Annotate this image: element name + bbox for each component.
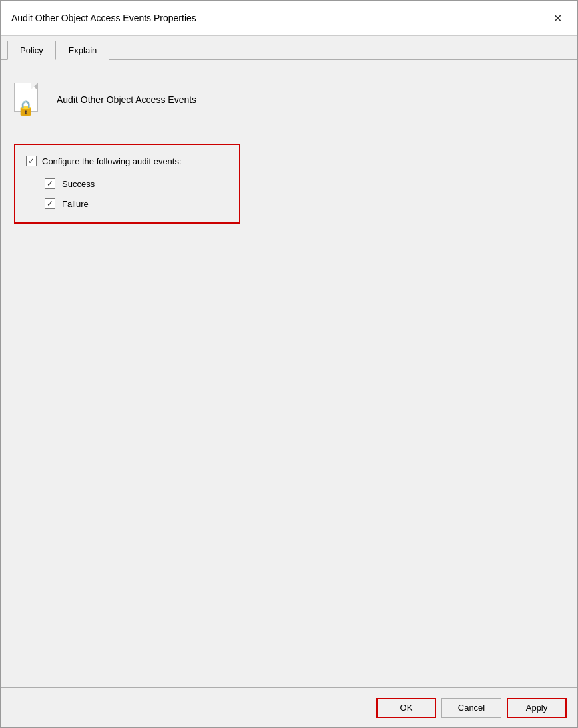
- tab-policy[interactable]: Policy: [7, 41, 56, 60]
- configure-label: Configure the following audit events:: [42, 156, 182, 166]
- configure-row: Configure the following audit events:: [26, 156, 226, 166]
- failure-row: Failure: [45, 198, 226, 209]
- success-checkbox[interactable]: [45, 178, 55, 189]
- policy-header: 🔒 Audit Other Object Access Events: [14, 76, 564, 124]
- tab-bar: Policy Explain: [1, 36, 577, 60]
- close-button[interactable]: ✕: [548, 9, 567, 27]
- content-area: 🔒 Audit Other Object Access Events Confi…: [1, 60, 577, 687]
- dialog-title: Audit Other Object Access Events Propert…: [11, 13, 196, 23]
- lock-icon: 🔒: [17, 100, 35, 117]
- configure-checkbox[interactable]: [26, 156, 37, 166]
- policy-title: Audit Other Object Access Events: [57, 94, 196, 105]
- cancel-button[interactable]: Cancel: [441, 698, 501, 718]
- apply-button[interactable]: Apply: [507, 698, 567, 718]
- title-bar: Audit Other Object Access Events Propert…: [1, 1, 577, 36]
- footer: OK Cancel Apply: [1, 687, 577, 727]
- success-row: Success: [45, 178, 226, 189]
- ok-button[interactable]: OK: [376, 698, 436, 718]
- tab-explain[interactable]: Explain: [56, 41, 110, 60]
- policy-icon: 🔒: [14, 83, 46, 117]
- audit-config-box: Configure the following audit events: Su…: [14, 144, 240, 224]
- failure-checkbox[interactable]: [45, 198, 55, 209]
- dialog-window: Audit Other Object Access Events Propert…: [0, 0, 578, 728]
- success-label: Success: [62, 179, 95, 189]
- failure-label: Failure: [62, 199, 89, 209]
